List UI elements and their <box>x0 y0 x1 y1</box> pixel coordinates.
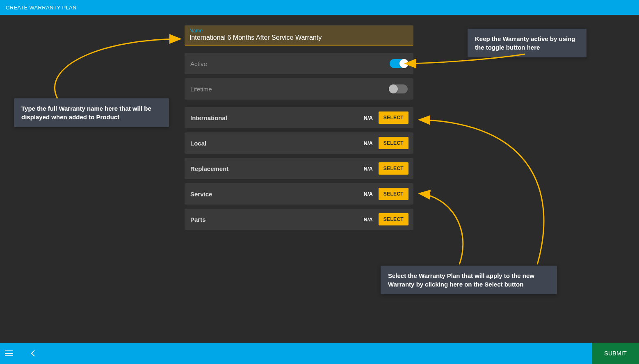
footer-bar: SUBMIT <box>0 343 639 364</box>
international-select-button[interactable]: SELECT <box>379 111 409 124</box>
parts-label: Parts <box>190 216 358 223</box>
name-field-label: Name <box>189 28 409 34</box>
local-select-button[interactable]: SELECT <box>379 137 409 149</box>
menu-icon[interactable] <box>0 343 18 364</box>
international-row: International N/A SELECT <box>185 107 413 128</box>
name-field-container[interactable]: Name <box>185 25 413 46</box>
active-toggle[interactable] <box>390 59 408 68</box>
lifetime-toggle[interactable] <box>390 84 408 93</box>
parts-select-button[interactable]: SELECT <box>379 213 409 225</box>
local-row: Local N/A SELECT <box>185 132 413 154</box>
submit-button[interactable]: SUBMIT <box>592 343 639 364</box>
lifetime-row: Lifetime <box>185 78 413 100</box>
active-row: Active <box>185 53 413 74</box>
service-label: Service <box>190 191 358 198</box>
replacement-select-button[interactable]: SELECT <box>379 162 409 175</box>
local-label: Local <box>190 140 358 147</box>
header-bar: CREATE WARRANTY PLAN <box>0 0 639 15</box>
active-label: Active <box>190 60 390 67</box>
service-value: N/A <box>363 191 372 197</box>
page-title: CREATE WARRANTY PLAN <box>6 5 77 11</box>
international-label: International <box>190 114 358 121</box>
service-row: Service N/A SELECT <box>185 183 413 205</box>
replacement-label: Replacement <box>190 165 358 172</box>
local-value: N/A <box>363 140 372 146</box>
warranty-form: Name Active Lifetime International N/A S… <box>185 25 413 234</box>
annotation-select-plan: Select the Warranty Plan that will apply… <box>381 266 557 294</box>
name-input[interactable] <box>189 34 409 41</box>
lifetime-label: Lifetime <box>190 86 390 93</box>
annotation-active-toggle: Keep the Warranty active by using the to… <box>468 29 587 57</box>
replacement-row: Replacement N/A SELECT <box>185 158 413 179</box>
replacement-value: N/A <box>363 166 372 172</box>
back-icon[interactable] <box>24 343 42 364</box>
international-value: N/A <box>363 115 372 121</box>
annotation-name-field: Type the full Warranty name here that wi… <box>14 98 169 127</box>
parts-row: Parts N/A SELECT <box>185 209 413 230</box>
service-select-button[interactable]: SELECT <box>379 188 409 200</box>
parts-value: N/A <box>363 216 372 223</box>
